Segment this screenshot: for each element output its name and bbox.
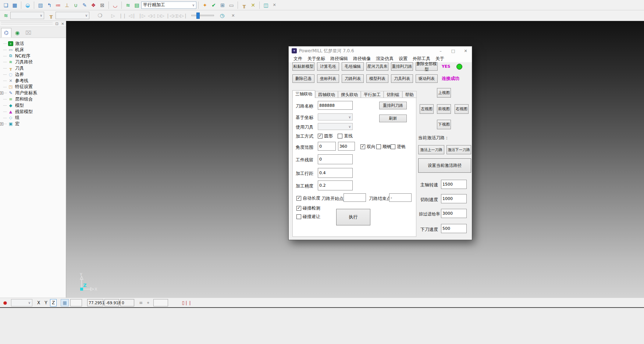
tab-4axis[interactable]: 四轴联动 — [315, 91, 338, 98]
use-tool-select[interactable]: ∨ — [318, 123, 353, 130]
dock-grip[interactable] — [1, 22, 53, 23]
tree-item-levels[interactable]: ≡层和组合 — [0, 96, 66, 102]
delete-selected-button[interactable]: 删除已选 — [292, 74, 314, 83]
simulation-speed-slider[interactable] — [191, 15, 214, 16]
paste-new-model-button[interactable]: 粘贴新模型 — [292, 62, 314, 71]
menu-file[interactable]: 文件 — [293, 56, 302, 62]
checkbox-box[interactable] — [296, 196, 301, 201]
pause-device-icon[interactable]: ▯❘❘ — [181, 299, 192, 306]
model-list-button[interactable]: 模型列表 — [366, 74, 388, 83]
xyz-list-icon[interactable]: ≡ — [137, 299, 145, 306]
axis-z-button[interactable]: Z — [50, 299, 57, 306]
ball-tool-icon[interactable]: ⊥ — [63, 1, 71, 9]
tree-item-boundaries[interactable]: ◌边界 — [0, 71, 66, 78]
tab-recycle-bin[interactable]: ⌧ — [23, 28, 33, 38]
tree-item-feature-sets[interactable]: ◳特征设置 — [0, 84, 66, 90]
tree-item-stock-models[interactable]: ▲残留模型 — [0, 109, 66, 115]
tree-item-workplanes[interactable]: +✎用户坐标系 — [0, 90, 66, 96]
menu-path-edit[interactable]: 路径编辑 — [330, 56, 348, 62]
collision-avoid-checkbox[interactable]: 碰撞避让 — [296, 214, 320, 220]
auto-length-checkbox[interactable]: 自动长度 — [296, 195, 320, 201]
spindle-speed-input[interactable] — [441, 180, 467, 189]
coordinate-y-field[interactable]: -69.918 — [104, 299, 119, 306]
checkbox-box[interactable] — [296, 206, 301, 211]
coordinate-z-field[interactable]: 0 — [120, 299, 134, 306]
menu-render-sim[interactable]: 渲染仿真 — [376, 56, 394, 62]
view-right-button[interactable]: 右视图 — [455, 104, 469, 114]
open-file-icon[interactable]: ❏ — [2, 1, 10, 9]
view-bottom-button[interactable]: 下视图 — [437, 120, 451, 129]
toolpath-icon[interactable]: ≋ — [124, 1, 132, 9]
conventional-mill-checkbox[interactable]: 逆铣 — [391, 144, 406, 150]
coord-list-button[interactable]: 坐标列表 — [317, 74, 339, 83]
check-tool-icon[interactable]: ✔ — [210, 1, 218, 9]
sim-toolpath-select[interactable]: ∨ — [10, 12, 44, 19]
slider-handle[interactable] — [196, 13, 200, 19]
refresh-button[interactable]: 刷新 — [379, 115, 407, 122]
toolpath-name-input[interactable] — [318, 101, 353, 110]
nc-pair-icon[interactable]: ◫ — [262, 1, 270, 9]
tab-parallel[interactable]: 平行加工 — [361, 91, 384, 98]
calculator-icon[interactable]: ⊞ — [218, 1, 227, 9]
locate-icon[interactable]: ⌖ — [145, 299, 152, 306]
tree-item-models[interactable]: ◆模型 — [0, 102, 66, 109]
close-button[interactable]: ✕ — [459, 46, 472, 55]
tree-item-patterns[interactable]: ✕参考线 — [0, 78, 66, 84]
tab-saw[interactable]: 切割锯 — [384, 91, 402, 98]
view-top-button[interactable]: 上视图 — [437, 88, 451, 98]
tool-pair-icon[interactable]: ╥ — [240, 1, 248, 9]
stock-allowance-input[interactable] — [318, 154, 353, 164]
checkbox-box[interactable] — [360, 144, 365, 149]
stepover-input[interactable] — [318, 168, 353, 178]
toolpath-list-button[interactable]: 刀路列表 — [342, 74, 364, 83]
pause-button[interactable]: ❘❘ — [118, 11, 127, 20]
axis-x-button[interactable]: X — [35, 299, 42, 306]
panel-close-button[interactable]: ✕ — [60, 21, 65, 26]
menu-path-mirror[interactable]: 路径镜像 — [353, 56, 371, 62]
reorder-toolpaths-button-2[interactable]: 重排列刀路 — [379, 102, 407, 109]
checkbox-box[interactable] — [296, 214, 301, 219]
view-left-button[interactable]: 左视图 — [420, 104, 434, 114]
tool-library-button[interactable]: 星河刀具库 — [366, 62, 388, 71]
expand-icon[interactable]: + — [0, 122, 3, 126]
tree-item-groups[interactable]: ◇组 — [0, 115, 66, 121]
tree-item-nc-programs[interactable]: ⧉NC程序 — [0, 53, 66, 59]
tree-item-tools[interactable]: ╥刀具 — [0, 65, 66, 71]
scatter-points-icon[interactable]: ❖ — [89, 1, 97, 9]
cutting-feed-input[interactable] — [441, 194, 467, 203]
tool-list-button[interactable]: 刀具列表 — [391, 74, 413, 83]
maximize-button[interactable]: □ — [447, 46, 459, 55]
play-button[interactable]: ▷ — [108, 11, 117, 20]
checkbox-box[interactable] — [318, 134, 323, 138]
step-forward-button[interactable]: ❘▷ — [137, 11, 146, 20]
skim-feed-input[interactable] — [441, 209, 467, 218]
plunge-feed-input[interactable] — [441, 224, 467, 233]
ruler-icon[interactable]: ▭ — [227, 1, 235, 9]
axis-y-button[interactable]: Y — [43, 299, 49, 306]
bidirectional-checkbox[interactable]: 双向 — [360, 144, 376, 150]
start-point-input[interactable] — [344, 193, 366, 202]
collision-check-checkbox[interactable]: 碰撞检测 — [296, 205, 320, 211]
dock-grip[interactable] — [1, 24, 53, 25]
delete-all-models-button[interactable]: 删除全部模型 — [416, 62, 438, 71]
sim-toolbar-close-icon[interactable]: ✕ — [230, 11, 237, 20]
swap-tool-icon[interactable]: ✕ — [249, 1, 257, 9]
delete-tool-icon[interactable]: ⊠ — [98, 1, 106, 9]
sim-tool-select[interactable]: ∨ — [56, 12, 89, 19]
tab-explorer-tree[interactable]: ⌬ — [1, 28, 11, 38]
execute-button[interactable]: 执行 — [336, 209, 370, 225]
status-field-2[interactable] — [153, 299, 168, 306]
activate-prev-toolpath-button[interactable]: 激活上一刀路 — [418, 145, 444, 154]
tree-item-macros[interactable]: +▣宏 — [0, 121, 66, 127]
drive-list-button[interactable]: 驱动列表 — [416, 74, 438, 83]
tree-item-machine[interactable]: ▭机床 — [0, 47, 66, 53]
calc-block-button[interactable]: 计算毛坯 — [317, 62, 339, 71]
angle-from-input[interactable] — [318, 142, 336, 151]
dialog-titlebar[interactable]: ✦ PowerMILL 忆梦星河 7.0.6 – □ ✕ — [289, 46, 472, 55]
activate-next-toolpath-button[interactable]: 激活下一刀路 — [446, 145, 471, 154]
toolpath-list-icon[interactable]: ▤ — [133, 1, 141, 9]
grid-snap-icon[interactable]: ▦ — [61, 299, 69, 306]
mode-circle-checkbox[interactable]: 圆形 — [318, 133, 333, 139]
record-macro-icon[interactable]: ● — [1, 299, 9, 306]
checkbox-box[interactable] — [338, 134, 342, 138]
